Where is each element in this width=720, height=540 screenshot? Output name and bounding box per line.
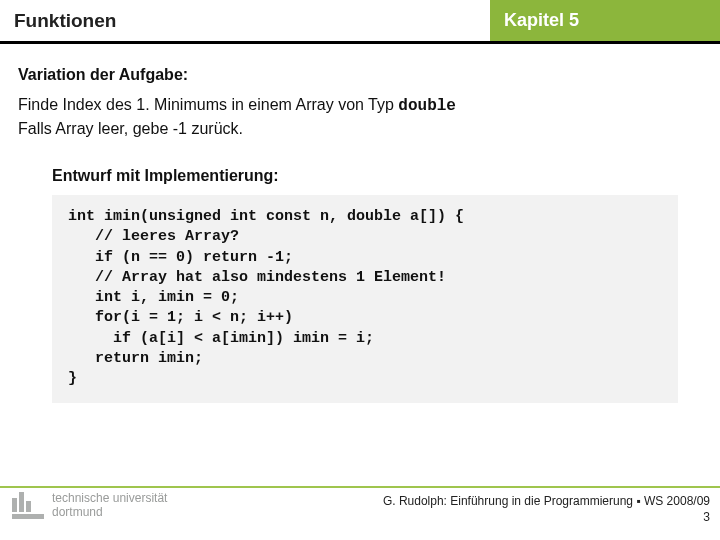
uni-line2: dortmund xyxy=(52,505,103,519)
task-description: Finde Index des 1. Minimums in einem Arr… xyxy=(18,94,702,139)
code-listing: int imin(unsigned int const n, double a[… xyxy=(52,195,678,403)
uni-line1: technische universität xyxy=(52,491,167,505)
tu-logo-icon xyxy=(12,492,44,519)
university-name: technische universität dortmund xyxy=(52,492,167,520)
slide-header: Funktionen Kapitel 5 xyxy=(0,0,720,44)
implementation-block: Entwurf mit Implementierung: int imin(un… xyxy=(52,167,678,403)
header-chapter: Kapitel 5 xyxy=(490,0,720,41)
footer-credit: G. Rudolph: Einführung in die Programmie… xyxy=(383,492,710,525)
credit-text: G. Rudolph: Einführung in die Programmie… xyxy=(383,494,710,508)
section-subheading: Variation der Aufgabe: xyxy=(18,66,702,84)
task-line1-pre: Finde Index des 1. Minimums in einem Arr… xyxy=(18,96,398,113)
slide-content: Variation der Aufgabe: Finde Index des 1… xyxy=(0,44,720,403)
implementation-heading: Entwurf mit Implementierung: xyxy=(52,167,678,185)
header-title: Funktionen xyxy=(0,0,490,41)
page-number: 3 xyxy=(383,510,710,526)
task-line2: Falls Array leer, gebe -1 zurück. xyxy=(18,120,243,137)
slide-footer: technische universität dortmund G. Rudol… xyxy=(0,486,720,540)
task-line1-type: double xyxy=(398,97,456,115)
university-logo: technische universität dortmund xyxy=(12,492,167,520)
